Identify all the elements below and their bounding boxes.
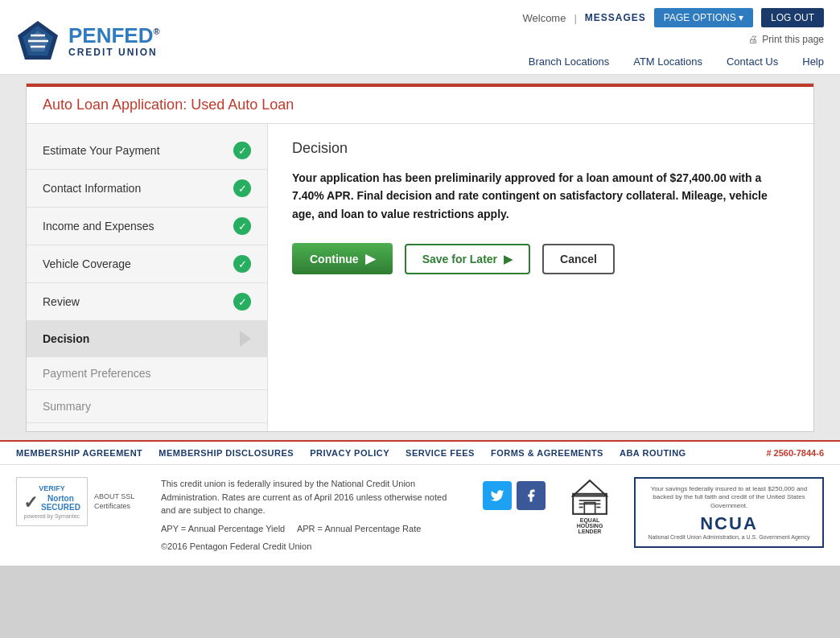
content-box: Auto Loan Application: Used Auto Loan Es…	[26, 83, 814, 432]
content-area: Estimate Your Payment ✓ Contact Informat…	[27, 124, 813, 431]
approval-text: Your application has been preliminarily …	[292, 169, 789, 223]
sidebar-label-income: Income and Expenses	[43, 220, 154, 233]
footer-bottom: VERIFY ✓ NortonSECURED powered by Symant…	[0, 464, 840, 566]
nav-help[interactable]: Help	[802, 56, 824, 68]
sidebar-item-decision[interactable]: Decision	[27, 321, 267, 357]
sidebar-item-estimate[interactable]: Estimate Your Payment ✓	[27, 132, 267, 170]
sidebar-label-estimate: Estimate Your Payment	[43, 144, 160, 157]
sidebar-item-contact[interactable]: Contact Information ✓	[27, 170, 267, 208]
footer-link-privacy-policy[interactable]: PRIVACY POLICY	[310, 448, 389, 458]
print-link[interactable]: Print this page	[762, 34, 824, 45]
save-for-later-button[interactable]: Save for Later ▶	[405, 244, 530, 274]
main-content: Decision Your application has been preli…	[268, 124, 813, 431]
penfed-logo-icon	[16, 19, 60, 64]
header-top: PENFED® CREDIT UNION Welcome | MESSAGES …	[16, 0, 824, 74]
main-wrap: Auto Loan Application: Used Auto Loan Es…	[0, 75, 840, 440]
print-icon: 🖨	[748, 34, 758, 45]
ncua-logo: NCUA	[642, 513, 816, 534]
header: PENFED® CREDIT UNION Welcome | MESSAGES …	[0, 0, 840, 75]
check-icon-contact: ✓	[233, 179, 251, 197]
header-right: Welcome | MESSAGES PAGE OPTIONS ▾ LOG OU…	[522, 8, 824, 74]
sidebar: Estimate Your Payment ✓ Contact Informat…	[27, 124, 268, 431]
header-top-nav: Welcome | MESSAGES PAGE OPTIONS ▾ LOG OU…	[522, 8, 824, 27]
equal-housing-label: EQUAL HOUSING LENDER	[570, 517, 610, 534]
sidebar-item-payment[interactable]: Payment Preferences	[27, 357, 267, 390]
footer-link-membership-agreement[interactable]: MEMBERSHIP AGREEMENT	[16, 448, 142, 458]
facebook-icon[interactable]	[517, 481, 546, 510]
sidebar-item-income[interactable]: Income and Expenses ✓	[27, 208, 267, 245]
nav-atm-locations[interactable]: ATM Locations	[633, 56, 702, 68]
logo-text: PENFED® CREDIT UNION	[68, 24, 160, 58]
continue-button[interactable]: Continue ▶	[292, 243, 393, 274]
header-bottom-nav: Branch Locations ATM Locations Contact U…	[529, 49, 824, 74]
footer-links-bar: MEMBERSHIP AGREEMENT MEMBERSHIP DISCLOSU…	[0, 440, 840, 464]
page-title-bar: Auto Loan Application: Used Auto Loan	[27, 87, 813, 124]
logo-area: PENFED® CREDIT UNION	[16, 19, 160, 64]
check-icon-estimate: ✓	[233, 142, 251, 159]
button-row: Continue ▶ Save for Later ▶ Cancel	[292, 243, 789, 274]
sidebar-label-payment: Payment Preferences	[43, 367, 151, 380]
footer-disclaimer: This credit union is federally insured b…	[161, 477, 459, 554]
logo-penfed: PENFED®	[68, 24, 160, 47]
cancel-button[interactable]: Cancel	[542, 244, 615, 274]
arrow-icon-decision	[240, 331, 251, 347]
page-title: Auto Loan Application: Used Auto Loan	[43, 97, 797, 113]
sidebar-label-decision: Decision	[43, 332, 89, 345]
logo-credit-union: CREDIT UNION	[68, 47, 160, 58]
equal-housing-icon	[570, 477, 610, 517]
footer-link-service-fees[interactable]: SERVICE FEES	[406, 448, 475, 458]
footer-link-membership-disclosures[interactable]: MEMBERSHIP DISCLOSURES	[159, 448, 294, 458]
save-arrow-icon: ▶	[504, 253, 513, 265]
routing-number: # 2560-7844-6	[766, 448, 824, 458]
sidebar-label-review: Review	[43, 295, 80, 308]
logout-button[interactable]: LOG OUT	[761, 8, 824, 27]
sidebar-item-review[interactable]: Review ✓	[27, 283, 267, 321]
continue-arrow-icon: ▶	[365, 251, 375, 266]
nav-divider: |	[574, 12, 576, 24]
print-area: 🖨 Print this page	[748, 34, 824, 45]
ncua-sub-text: National Credit Union Administration, a …	[642, 534, 816, 540]
footer-apr: APR = Annual Percentage Rate	[297, 524, 421, 533]
norton-verify: VERIFY	[23, 484, 80, 492]
equal-housing-badge: EQUAL HOUSING LENDER	[570, 477, 610, 534]
norton-checkmark-icon: ✓	[23, 492, 38, 513]
norton-secured-text: NortonSECURED	[41, 494, 80, 512]
page-options-button[interactable]: PAGE OPTIONS ▾	[654, 8, 753, 27]
ncua-badge: Your savings federally insured to at lea…	[634, 477, 824, 548]
sidebar-item-summary[interactable]: Summary	[27, 390, 267, 423]
footer-copyright: ©2016 Pentagon Federal Credit Union	[161, 540, 459, 554]
social-icons	[483, 481, 546, 510]
footer-apy: APY = Annual Percentage Yield	[161, 524, 285, 533]
check-icon-review: ✓	[233, 293, 251, 311]
norton-ssl-label: ABOUT SSL Certificates	[94, 492, 137, 511]
messages-link[interactable]: MESSAGES	[585, 12, 646, 23]
nav-branch-locations[interactable]: Branch Locations	[529, 56, 609, 68]
sidebar-label-vehicle: Vehicle Coverage	[43, 257, 131, 270]
sidebar-item-vehicle[interactable]: Vehicle Coverage ✓	[27, 245, 267, 283]
footer-link-aba-routing[interactable]: ABA ROUTING	[620, 448, 686, 458]
ncua-disclaimer-text: Your savings federally insured to at lea…	[642, 485, 816, 510]
footer-link-forms-agreements[interactable]: FORMS & AGREEMENTS	[491, 448, 603, 458]
sidebar-label-contact: Contact Information	[43, 182, 141, 195]
twitter-icon[interactable]	[483, 481, 512, 510]
check-icon-income: ✓	[233, 217, 251, 235]
sidebar-label-summary: Summary	[43, 400, 91, 413]
check-icon-vehicle: ✓	[233, 255, 251, 273]
norton-box: VERIFY ✓ NortonSECURED powered by Symant…	[16, 477, 88, 526]
welcome-text: Welcome	[522, 12, 566, 24]
decision-heading: Decision	[292, 140, 789, 157]
nav-contact-us[interactable]: Contact Us	[727, 56, 778, 68]
norton-badge: VERIFY ✓ NortonSECURED powered by Symant…	[16, 477, 137, 526]
norton-powered: powered by Symantec	[23, 513, 80, 519]
